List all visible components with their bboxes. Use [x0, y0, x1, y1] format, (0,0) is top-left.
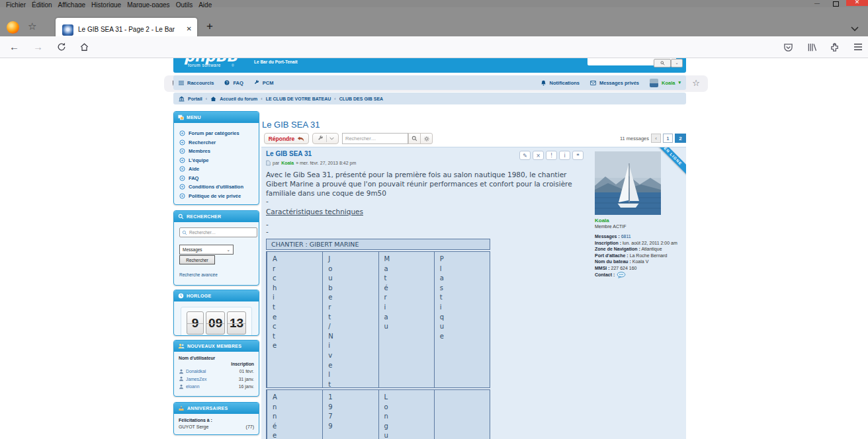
post-tool-button[interactable]: ! — [546, 151, 557, 160]
breadcrumb-club[interactable]: LE CLUB DE VOTRE BATEAU — [266, 97, 331, 101]
message-count: 11 messages — [620, 136, 649, 141]
hamburger-menu-icon[interactable] — [853, 43, 863, 51]
post-tool-button[interactable]: ❝ — [572, 151, 584, 160]
pagination-prev-button[interactable]: ‹ — [651, 134, 661, 143]
tab-close-icon[interactable]: ✕ — [187, 25, 192, 32]
post-author-link[interactable]: Koala — [281, 161, 294, 165]
shortcuts-link[interactable]: Raccourcis — [187, 80, 214, 86]
firefox-icon[interactable] — [7, 21, 19, 34]
list-all-tabs-icon[interactable] — [851, 26, 859, 32]
forward-button[interactable]: → — [33, 41, 43, 52]
breadcrumb-home[interactable]: Accueil du forum — [220, 97, 257, 101]
sidebar-menu-item[interactable]: Forum par catégories — [179, 129, 259, 138]
private-messages-link[interactable]: Messages privés — [599, 80, 639, 86]
avatar-sailboat-image[interactable] — [595, 151, 661, 215]
new-tab-button[interactable]: + — [206, 20, 213, 33]
menu-bar-item[interactable]: Outils — [176, 1, 193, 7]
sidebar-search-input[interactable]: Rechercher… — [179, 227, 257, 237]
banner-search-button[interactable] — [654, 59, 671, 67]
search-settings-gear-icon[interactable] — [420, 133, 433, 144]
flip-clock: 9 09 13 — [181, 307, 252, 336]
banner-search-options-icon[interactable]: ⌄ — [671, 59, 683, 67]
library-icon[interactable] — [807, 42, 817, 52]
menu-bar-item[interactable]: Fichier — [6, 1, 26, 7]
menu-bar-item[interactable]: Affichage — [58, 1, 86, 7]
topic-toolbar: Répondre Rechercher… 11 messages ‹ 1 2 — [261, 133, 686, 145]
site-tagline: Le Bar du Port-Tenait — [254, 60, 298, 64]
bank-icon — [179, 96, 185, 102]
pagination-page-1[interactable]: 1 — [663, 134, 673, 143]
sidebar-birthdays-box: ANNIVERSAIRES Félicitations à : GUYOT Se… — [173, 402, 259, 435]
sidebar-search-scope-select[interactable]: Messages ⌄ — [179, 245, 234, 255]
faq-link[interactable]: FAQ — [233, 80, 243, 86]
forum-banner: phpBB forum software ® Le Bar du Port-Te… — [173, 58, 686, 73]
member-name-link[interactable]: eloann — [186, 384, 199, 389]
person-icon — [179, 384, 184, 389]
post-tool-button[interactable]: ✎ — [519, 151, 531, 160]
topic-search-input[interactable]: Rechercher… — [342, 133, 408, 144]
post-tool-button[interactable]: × — [533, 151, 544, 160]
post-title-link[interactable]: Le GIB SEA 31 — [266, 150, 312, 157]
pagination-page-2-active[interactable]: 2 — [675, 134, 686, 143]
profile-stats: Messages : 6811 Inscription : lun. août … — [595, 233, 685, 278]
profile-username-link[interactable]: Koala — [595, 218, 609, 223]
topic-title[interactable]: Le GIB SEA 31 — [262, 120, 320, 130]
page-icon[interactable] — [266, 160, 271, 166]
window-icon — [178, 114, 184, 120]
topic-search-button[interactable] — [408, 133, 421, 144]
sidebar-menu-item[interactable]: Conditions d'utilisation — [179, 182, 259, 192]
breadcrumb-subclub[interactable]: CLUB DES GIB SEA — [339, 97, 384, 101]
bookmark-star-icon[interactable]: ☆ — [692, 78, 700, 88]
sidebar-menu-item[interactable]: Rechercher — [179, 138, 259, 147]
member-row: Donaldkal 01 févr. — [179, 369, 254, 374]
circle-arrow-icon — [179, 184, 185, 190]
forum-navbar: Raccourcis ? FAQ PCM Notifications Messa… — [173, 75, 686, 90]
back-button[interactable]: ← — [9, 41, 19, 52]
topic-tools-button[interactable] — [312, 133, 339, 144]
user-avatar-thumbnail[interactable] — [650, 79, 658, 87]
sidebar-search-button[interactable]: Rechercher — [179, 255, 215, 264]
window-minimize-button[interactable]: — — [814, 1, 820, 6]
search-icon — [182, 230, 187, 235]
sidebar-menu-box: MENU Forum par catégories Rechercher Mem… — [173, 111, 259, 205]
menu-bar-item[interactable]: Aide — [198, 1, 212, 7]
menu-bar-item[interactable]: Historique — [91, 1, 121, 7]
sidebar-menu-item[interactable]: Membres — [179, 147, 259, 156]
specs-link[interactable]: Caractéristiques techniques — [266, 208, 363, 216]
notifications-link[interactable]: Notifications — [550, 80, 580, 86]
specs-table: CHANTIER : GIBERT MARINE A r c h i t e c… — [266, 239, 490, 439]
pocket-icon[interactable] — [783, 42, 793, 52]
breadcrumb-portal[interactable]: Portail — [188, 97, 202, 101]
member-join-date: 16 janv. — [239, 384, 254, 389]
profile-contact-line: Contact : — [595, 272, 685, 278]
window-maximize-button[interactable] — [833, 1, 839, 7]
window-close-button[interactable]: ✕ — [846, 0, 868, 6]
clock-seconds: 13 — [227, 311, 246, 335]
home-icon-small — [210, 96, 216, 102]
menu-bar-item[interactable]: Marque-pages — [127, 1, 169, 7]
sidebar-menu-item[interactable]: Politique de vie privée — [179, 192, 259, 201]
profile-messages-count-link[interactable]: 6811 — [621, 234, 631, 239]
menu-bar-item[interactable]: Édition — [32, 1, 52, 7]
home-icon[interactable] — [79, 42, 89, 52]
sidebar-new-members-header: NOUVEAUX MEMBRES — [174, 340, 259, 352]
sidebar-birthdays-header: ANNIVERSAIRES — [174, 403, 259, 414]
post-tool-button[interactable]: i — [559, 151, 570, 160]
username-menu[interactable]: Koala — [662, 80, 675, 86]
sidebar-menu-item[interactable]: Aide — [179, 165, 259, 174]
reload-icon[interactable] — [57, 42, 66, 52]
pcm-link[interactable]: PCM — [263, 80, 274, 86]
sidebar-menu-item[interactable]: L'équipe — [179, 156, 259, 165]
breadcrumb-separator: ‹ — [261, 97, 262, 101]
extensions-puzzle-icon[interactable] — [830, 42, 840, 52]
star-icon[interactable]: ☆ — [28, 20, 36, 32]
post-byline: par Koala » mer. févr. 27, 2013 8:42 pm — [266, 160, 356, 166]
sidebar-menu-item[interactable]: FAQ — [179, 174, 259, 183]
tab-bar: ☆ Le GIB SEA 31 - Page 2 - Le Bar [ ✕ + — [0, 7, 868, 36]
speech-bubble-icon[interactable] — [617, 272, 626, 278]
member-name-link[interactable]: JamesZex — [186, 377, 206, 381]
reply-button[interactable]: Répondre — [264, 133, 309, 144]
birthday-name[interactable]: GUYOT Serge — [179, 424, 208, 429]
advanced-search-link[interactable]: Recherche avancée — [179, 272, 253, 277]
member-name-link[interactable]: Donaldkal — [186, 369, 206, 374]
